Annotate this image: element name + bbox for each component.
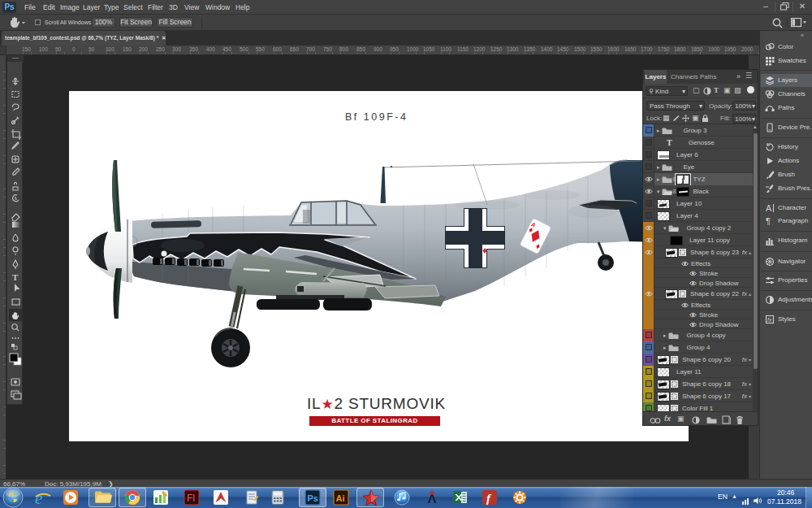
svg-text:fx: fx: [767, 317, 772, 323]
svg-text:e: e: [35, 489, 42, 507]
svg-text:Ps: Ps: [308, 493, 318, 503]
svg-text:Fl: Fl: [187, 493, 195, 504]
svg-text:T: T: [12, 272, 19, 282]
svg-text:A: A: [766, 203, 772, 213]
svg-text:¶: ¶: [766, 216, 771, 226]
svg-text:Ai: Ai: [336, 493, 345, 503]
